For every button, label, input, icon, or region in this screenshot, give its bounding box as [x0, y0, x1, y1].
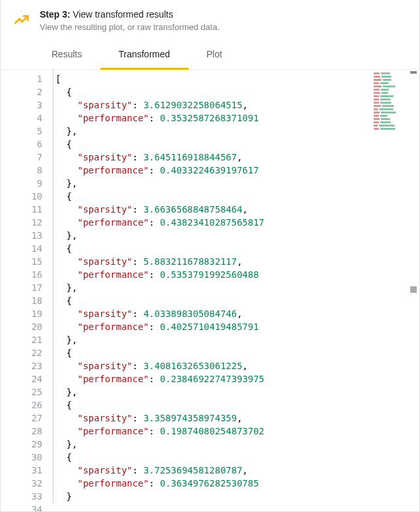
code-margin-line: [53, 70, 53, 504]
step-subtitle: View the resulting plot, or raw transfor…: [40, 22, 408, 32]
step-header: Step 3: View transformed results View th…: [1, 0, 419, 38]
tabs: Results Transformed Plot: [1, 38, 419, 70]
step-title: Step 3: View transformed results: [40, 9, 408, 20]
step-title-text: View transformed results: [73, 9, 173, 20]
step-text-block: Step 3: View transformed results View th…: [40, 9, 408, 32]
code-content: [ { "sparsity": 3.6129032258064515, "per…: [53, 70, 419, 504]
tab-transformed[interactable]: Transformed: [100, 38, 188, 69]
scroll-marker: [410, 71, 417, 74]
scroll-accents: [409, 70, 417, 504]
trend-icon: [12, 10, 31, 29]
line-gutter: 1234567891011121314151617181920212223242…: [1, 70, 53, 504]
step-panel: Step 3: View transformed results View th…: [0, 0, 420, 512]
tab-results[interactable]: Results: [33, 38, 100, 69]
code-editor[interactable]: 1234567891011121314151617181920212223242…: [1, 70, 419, 504]
code-area[interactable]: [ { "sparsity": 3.6129032258064515, "per…: [53, 70, 419, 504]
step-label: Step 3:: [40, 9, 70, 20]
tab-plot[interactable]: Plot: [188, 38, 241, 69]
scroll-marker: [410, 286, 417, 293]
